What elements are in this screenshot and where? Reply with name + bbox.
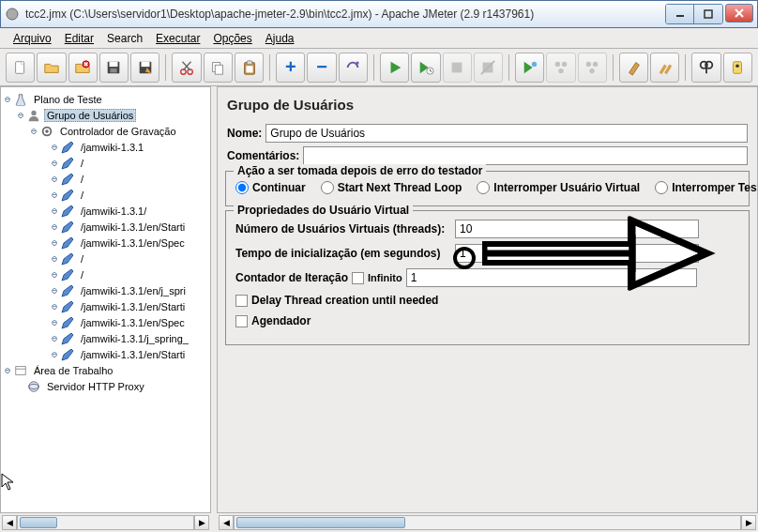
tree-sampler[interactable]: ⊖/ — [3, 251, 208, 266]
expander-icon[interactable]: ⊖ — [16, 110, 25, 120]
cut-button[interactable] — [172, 53, 201, 83]
expander-icon[interactable]: ⊖ — [50, 221, 59, 232]
search-toolbar-button[interactable] — [691, 53, 720, 83]
expander-icon[interactable]: ⊖ — [50, 237, 59, 248]
menu-arquivo[interactable]: Arquivo — [8, 30, 57, 47]
clear-all-button[interactable] — [650, 53, 679, 83]
save-as-button[interactable] — [130, 53, 159, 83]
close-file-button[interactable] — [68, 53, 98, 83]
radio-interromper-test[interactable]: Interromper Test — [655, 181, 758, 194]
comments-input[interactable] — [303, 146, 748, 165]
copy-button[interactable] — [204, 53, 233, 83]
new-button[interactable] — [6, 53, 35, 83]
expander-icon[interactable]: ⊖ — [50, 190, 59, 200]
expander-icon[interactable]: ⊖ — [50, 269, 59, 280]
tree-workbench[interactable]: ⊖ Área de Trabalho — [3, 362, 208, 378]
radio-input[interactable] — [235, 181, 249, 194]
expander-icon[interactable]: ⊖ — [3, 94, 12, 104]
expander-icon[interactable]: ⊖ — [50, 142, 59, 152]
expander-icon[interactable]: ⊖ — [50, 301, 59, 312]
clear-button[interactable] — [619, 53, 648, 83]
tree-http-proxy[interactable]: ⊖ Servidor HTTP Proxy — [3, 378, 208, 394]
expander-icon[interactable]: ⊖ — [50, 285, 59, 296]
name-input[interactable] — [265, 124, 748, 143]
titlebar: tcc2.jmx (C:\Users\servidor1\Desktop\apa… — [0, 0, 758, 28]
radio-continuar[interactable]: Continuar — [235, 181, 306, 194]
radio-input[interactable] — [477, 181, 490, 194]
infinito-checkbox[interactable] — [352, 272, 364, 284]
start-no-timers-button[interactable] — [411, 53, 440, 83]
tree-sampler[interactable]: ⊖/ — [3, 171, 208, 187]
expander-icon[interactable]: ⊖ — [50, 158, 59, 168]
scroll-right-arrow[interactable]: ▶ — [741, 515, 756, 530]
svg-rect-13 — [141, 61, 149, 66]
threads-input[interactable] — [455, 220, 699, 238]
loop-input[interactable] — [406, 268, 697, 287]
tree-sampler[interactable]: ⊖/jamwiki-1.3.1/en/Spec — [3, 314, 208, 330]
test-plan-tree[interactable]: ⊖ Plano de Teste ⊖ Grupo de Usuários ⊖ C… — [1, 87, 210, 398]
remote-stop-button[interactable] — [546, 53, 575, 83]
close-button[interactable] — [725, 4, 753, 23]
expander-icon[interactable]: ⊖ — [50, 174, 59, 184]
open-button[interactable] — [37, 53, 66, 83]
agendador-checkbox[interactable] — [235, 315, 248, 327]
expander-icon[interactable]: ⊖ — [3, 365, 12, 375]
tree-testplan[interactable]: ⊖ Plano de Teste — [3, 91, 208, 107]
radio-interromper-uv[interactable]: Interromper Usuário Virtual — [477, 181, 640, 194]
toggle-button[interactable] — [339, 53, 368, 83]
radio-input[interactable] — [655, 181, 668, 194]
tree-sampler[interactable]: ⊖/ — [3, 266, 208, 282]
scroll-thumb[interactable] — [236, 517, 405, 528]
expander-icon[interactable]: ⊖ — [50, 317, 59, 327]
expander-icon[interactable]: ⊖ — [29, 126, 38, 136]
menu-ajuda[interactable]: Ajuda — [260, 30, 300, 47]
delay-checkbox[interactable] — [235, 295, 248, 307]
paste-button[interactable] — [235, 53, 264, 83]
tree-sampler[interactable]: ⊖/ — [3, 155, 208, 171]
scroll-thumb[interactable] — [20, 517, 57, 528]
tree-recording-controller[interactable]: ⊖ Controlador de Gravação — [3, 123, 208, 139]
tree-threadgroup[interactable]: ⊖ Grupo de Usuários — [3, 107, 208, 123]
remote-start-button[interactable] — [515, 53, 544, 83]
expander-icon[interactable]: ⊖ — [50, 333, 59, 343]
tree-sampler[interactable]: ⊖/jamwiki-1.3.1/ — [3, 203, 208, 219]
tree-sampler[interactable]: ⊖/jamwiki-1.3.1/en/Starti — [3, 298, 208, 314]
menu-search[interactable]: Search — [101, 30, 148, 47]
tree-label: /jamwiki-1.3.1/en/Spec — [78, 316, 188, 329]
tree-sampler[interactable]: ⊖/jamwiki-1.3.1/en/Spec — [3, 235, 208, 251]
scroll-left-arrow[interactable]: ◀ — [2, 515, 17, 530]
menu-executar[interactable]: Executar — [150, 30, 205, 47]
workbench-icon — [13, 363, 28, 378]
shutdown-button[interactable] — [474, 53, 503, 83]
expander-icon[interactable]: ⊖ — [50, 349, 59, 359]
tree-sampler[interactable]: ⊖/ — [3, 187, 208, 203]
expand-button[interactable]: + — [276, 53, 305, 83]
menu-editar[interactable]: Editar — [59, 30, 99, 47]
ramp-input[interactable] — [455, 244, 699, 263]
svg-point-0 — [7, 8, 18, 20]
function-helper-button[interactable] — [723, 53, 752, 83]
collapse-button[interactable]: − — [307, 53, 336, 83]
start-button[interactable] — [380, 53, 409, 83]
radio-input[interactable] — [321, 181, 334, 194]
maximize-button[interactable] — [694, 5, 722, 23]
remote-shutdown-button[interactable] — [578, 53, 607, 83]
scroll-track[interactable] — [234, 515, 741, 530]
tree-sampler[interactable]: ⊖/jamwiki-1.3.1/en/Starti — [3, 346, 208, 362]
pen-icon — [60, 251, 75, 266]
expander-icon[interactable]: ⊖ — [50, 253, 59, 264]
tree-sampler[interactable]: ⊖/jamwiki-1.3.1 — [3, 139, 208, 155]
tree-label: / — [78, 252, 86, 266]
scroll-track[interactable] — [17, 515, 194, 530]
stop-button[interactable] — [443, 53, 472, 83]
minimize-button[interactable] — [666, 5, 694, 23]
save-button[interactable] — [99, 53, 129, 83]
scroll-right-arrow[interactable]: ▶ — [194, 515, 209, 530]
expander-icon[interactable]: ⊖ — [50, 205, 59, 216]
radio-startnext[interactable]: Start Next Thread Loop — [321, 181, 462, 194]
scroll-left-arrow[interactable]: ◀ — [219, 515, 234, 530]
tree-sampler[interactable]: ⊖/jamwiki-1.3.1/j_spring_ — [3, 330, 208, 346]
tree-sampler[interactable]: ⊖/jamwiki-1.3.1/en/j_spri — [3, 282, 208, 298]
menu-opcoes[interactable]: Opções — [207, 30, 257, 47]
tree-sampler[interactable]: ⊖/jamwiki-1.3.1/en/Starti — [3, 219, 208, 235]
